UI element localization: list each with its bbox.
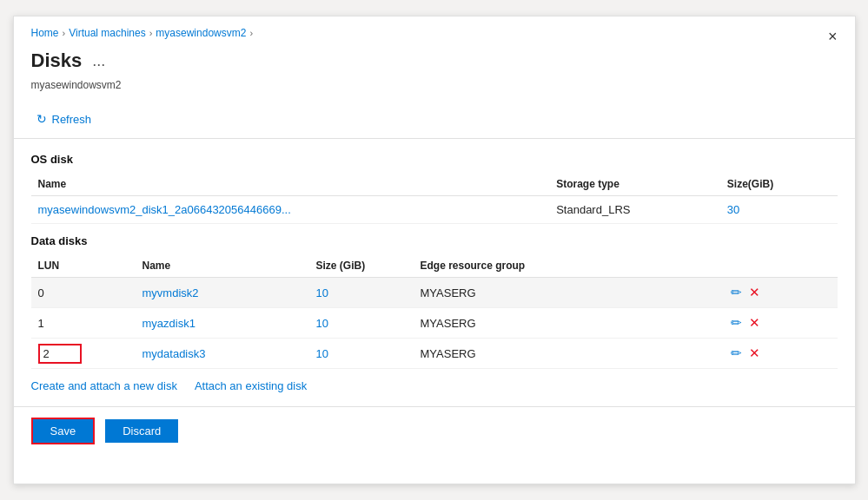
disks-panel: × Home › Virtual machines › myasewindows…	[13, 16, 856, 484]
os-disk-section: OS disk Name Storage type Size(GiB) myas…	[14, 139, 855, 224]
row-0-name-link[interactable]: myvmdisk2	[142, 286, 199, 299]
footer: Save Discard	[14, 406, 855, 455]
os-disk-row: myasewindowsvm2_disk1_2a066432056446669.…	[31, 196, 838, 224]
row-0-name: myvmdisk2	[136, 278, 309, 308]
row-2-lun-boxed: 2	[38, 344, 82, 364]
row-2-group: MYASERG	[414, 339, 724, 369]
row-1-edit-icon[interactable]: ✏	[731, 315, 742, 331]
row-2-lun: 2	[31, 339, 136, 369]
data-disks-title: Data disks	[31, 234, 838, 247]
more-options-button[interactable]: ...	[89, 50, 109, 72]
create-attach-link[interactable]: Create and attach a new disk	[31, 379, 177, 392]
row-0-delete-icon[interactable]: ✕	[749, 285, 760, 300]
table-row: 1 myazdisk1 10 MYASERG ✏ ✕	[31, 308, 838, 339]
panel-subtitle: myasewindowsvm2	[14, 79, 855, 100]
row-1-delete-icon[interactable]: ✕	[749, 315, 760, 331]
col-size: Size (GiB)	[309, 254, 414, 278]
os-disk-table: Name Storage type Size(GiB) myasewindows…	[31, 173, 838, 224]
os-disk-col-name: Name	[31, 173, 550, 196]
save-button[interactable]: Save	[31, 418, 96, 444]
os-disk-name-link[interactable]: myasewindowsvm2_disk1_2a066432056446669.…	[38, 203, 291, 216]
panel-header: Disks ...	[14, 46, 855, 79]
col-lun: LUN	[31, 254, 136, 278]
table-row: 0 myvmdisk2 10 MYASERG ✏ ✕	[31, 278, 838, 308]
row-0-edit-icon[interactable]: ✏	[731, 285, 742, 300]
data-disks-section: Data disks LUN Name Size (GiB) Edge reso…	[14, 224, 855, 369]
row-2-action-icons: ✏ ✕	[731, 345, 831, 361]
refresh-label: Refresh	[52, 113, 92, 126]
os-disk-col-storage: Storage type	[549, 173, 720, 196]
row-2-name: mydatadisk3	[136, 339, 309, 369]
breadcrumb-sep-2: ›	[149, 28, 153, 38]
row-1-lun: 1	[31, 308, 136, 339]
row-2-size: 10	[309, 339, 414, 369]
col-group: Edge resource group	[414, 254, 724, 278]
row-2-name-link[interactable]: mydatadisk3	[142, 347, 206, 360]
discard-button[interactable]: Discard	[105, 419, 178, 443]
breadcrumb-vm-name[interactable]: myasewindowsvm2	[156, 27, 246, 39]
page-title: Disks	[31, 49, 83, 72]
col-actions	[724, 254, 838, 278]
refresh-icon: ↻	[36, 112, 47, 126]
row-1-group: MYASERG	[414, 308, 724, 339]
data-disks-table: LUN Name Size (GiB) Edge resource group …	[31, 254, 838, 369]
row-0-lun: 0	[31, 278, 136, 308]
os-disk-header-row: Name Storage type Size(GiB)	[31, 173, 838, 196]
breadcrumb-home[interactable]: Home	[31, 27, 59, 39]
row-0-group: MYASERG	[414, 278, 724, 308]
row-1-action-icons: ✏ ✕	[731, 315, 831, 331]
close-button[interactable]: ×	[825, 25, 841, 48]
row-2-delete-icon[interactable]: ✕	[749, 345, 760, 361]
row-2-actions: ✏ ✕	[724, 339, 838, 369]
table-row: 2 mydatadisk3 10 MYASERG ✏ ✕	[31, 339, 838, 369]
os-disk-title: OS disk	[31, 153, 838, 166]
breadcrumb: Home › Virtual machines › myasewindowsvm…	[14, 16, 855, 46]
row-2-edit-icon[interactable]: ✏	[731, 345, 742, 361]
row-0-actions: ✏ ✕	[724, 278, 838, 308]
row-1-name-link[interactable]: myazdisk1	[142, 317, 195, 330]
os-disk-col-size: Size(GiB)	[720, 173, 838, 196]
breadcrumb-sep-3: ›	[249, 28, 253, 38]
col-name: Name	[136, 254, 309, 278]
os-disk-name: myasewindowsvm2_disk1_2a066432056446669.…	[31, 196, 550, 224]
breadcrumb-sep-1: ›	[63, 28, 66, 38]
os-disk-size: 30	[720, 196, 838, 224]
row-1-name: myazdisk1	[136, 308, 309, 339]
row-1-actions: ✏ ✕	[724, 308, 838, 339]
row-0-action-icons: ✏ ✕	[731, 285, 831, 300]
attach-existing-link[interactable]: Attach an existing disk	[195, 379, 307, 392]
data-disks-header-row: LUN Name Size (GiB) Edge resource group	[31, 254, 838, 278]
refresh-button[interactable]: ↻ Refresh	[31, 109, 97, 129]
toolbar: ↻ Refresh	[14, 100, 855, 139]
breadcrumb-vms[interactable]: Virtual machines	[69, 27, 146, 39]
action-links: Create and attach a new disk Attach an e…	[14, 369, 855, 399]
os-disk-storage-type: Standard_LRS	[549, 196, 720, 224]
row-1-size: 10	[309, 308, 414, 339]
row-0-size: 10	[309, 278, 414, 308]
